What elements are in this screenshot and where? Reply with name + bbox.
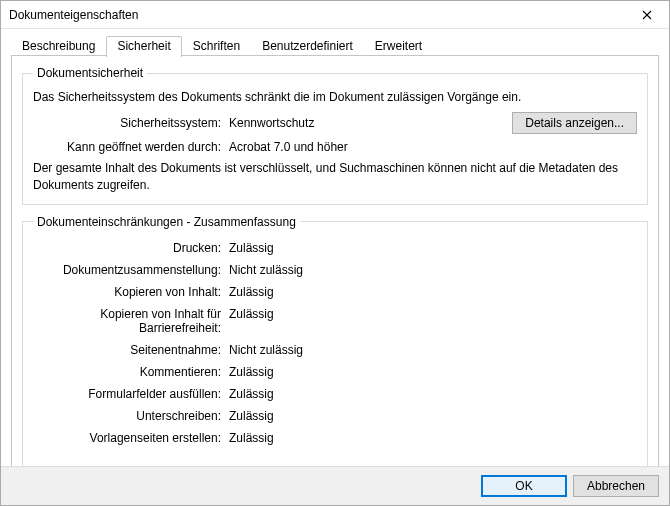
- encryption-note: Der gesamte Inhalt des Dokuments ist ver…: [33, 160, 637, 194]
- show-details-button[interactable]: Details anzeigen...: [512, 112, 637, 134]
- restrict-copy-label: Kopieren von Inhalt:: [33, 285, 221, 299]
- dialog-window: Dokumenteigenschaften Beschreibung Siche…: [0, 0, 670, 506]
- restrict-assembly-value: Nicht zulässig: [229, 263, 637, 277]
- restrict-page-extraction-label: Seitenentnahme:: [33, 343, 221, 357]
- tab-panel-security: Dokumentsicherheit Das Sicherheitssystem…: [11, 55, 659, 466]
- restrict-template-pages-value: Zulässig: [229, 431, 637, 445]
- restrict-form-fill-value: Zulässig: [229, 387, 637, 401]
- tab-fonts[interactable]: Schriften: [182, 35, 251, 56]
- title-bar: Dokumenteigenschaften: [1, 1, 669, 29]
- ok-button[interactable]: OK: [481, 475, 567, 497]
- security-system-value: Kennwortschutz: [229, 116, 504, 130]
- tab-advanced[interactable]: Erweitert: [364, 35, 433, 56]
- restrict-commenting-label: Kommentieren:: [33, 365, 221, 379]
- restrict-printing-label: Drucken:: [33, 241, 221, 255]
- can-be-opened-label: Kann geöffnet werden durch:: [33, 140, 221, 154]
- restrictions-legend: Dokumenteinschränkungen - Zusammenfassun…: [33, 215, 300, 229]
- restrict-signing-value: Zulässig: [229, 409, 637, 423]
- close-icon[interactable]: [627, 2, 667, 28]
- tab-strip: Beschreibung Sicherheit Schriften Benutz…: [11, 33, 659, 56]
- restrict-printing-value: Zulässig: [229, 241, 637, 255]
- restrict-copy-value: Zulässig: [229, 285, 637, 299]
- dialog-footer: OK Abbrechen: [1, 466, 669, 505]
- dialog-body: Beschreibung Sicherheit Schriften Benutz…: [1, 29, 669, 466]
- can-be-opened-row: Kann geöffnet werden durch: Acrobat 7.0 …: [33, 140, 637, 154]
- window-title: Dokumenteigenschaften: [9, 8, 627, 22]
- restrict-assembly-label: Dokumentzusammenstellung:: [33, 263, 221, 277]
- restrict-form-fill-label: Formularfelder ausfüllen:: [33, 387, 221, 401]
- restrict-template-pages-label: Vorlagenseiten erstellen:: [33, 431, 221, 445]
- document-security-group: Dokumentsicherheit Das Sicherheitssystem…: [22, 66, 648, 205]
- document-security-legend: Dokumentsicherheit: [33, 66, 147, 80]
- restrictions-group: Dokumenteinschränkungen - Zusammenfassun…: [22, 215, 648, 466]
- cancel-button[interactable]: Abbrechen: [573, 475, 659, 497]
- tab-security[interactable]: Sicherheit: [106, 36, 181, 57]
- restrict-signing-label: Unterschreiben:: [33, 409, 221, 423]
- security-intro-text: Das Sicherheitssystem des Dokuments schr…: [33, 90, 637, 104]
- restrict-commenting-value: Zulässig: [229, 365, 637, 379]
- restrict-copy-accessibility-label: Kopieren von Inhalt für Barrierefreiheit…: [33, 307, 221, 335]
- restrictions-grid: Drucken: Zulässig Dokumentzusammenstellu…: [33, 241, 637, 445]
- tab-custom[interactable]: Benutzerdefiniert: [251, 35, 364, 56]
- restrict-page-extraction-value: Nicht zulässig: [229, 343, 637, 357]
- tab-description[interactable]: Beschreibung: [11, 35, 106, 56]
- can-be-opened-value: Acrobat 7.0 und höher: [229, 140, 637, 154]
- restrict-copy-accessibility-value: Zulässig: [229, 307, 637, 335]
- security-system-label: Sicherheitssystem:: [33, 116, 221, 130]
- security-system-row: Sicherheitssystem: Kennwortschutz Detail…: [33, 112, 637, 134]
